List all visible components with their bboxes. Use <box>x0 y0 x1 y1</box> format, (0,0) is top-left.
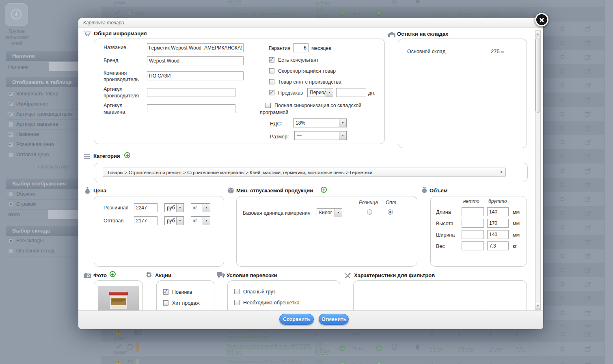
user-groups-label: Группы пользоват елей <box>0 28 34 47</box>
sync-icon <box>559 26 566 32</box>
table-row: редакт Очиститель монтажной пены WEPOST,… <box>101 342 613 356</box>
size-select[interactable]: — <box>294 131 347 140</box>
checkbox-perishable[interactable] <box>269 68 274 73</box>
download-circle-icon <box>10 8 22 20</box>
checkbox-crate-required[interactable] <box>234 300 240 305</box>
checkbox-consultant[interactable] <box>269 57 274 62</box>
sync-icon <box>559 281 566 287</box>
camera-icon <box>134 330 142 335</box>
retail-currency-select[interactable]: руб <box>164 203 184 212</box>
edit-row-icon <box>585 139 591 145</box>
wholesale-currency-value: руб <box>165 217 176 225</box>
radio-main-warehouse <box>8 248 13 254</box>
dim-weight: 0.6 кг <box>516 346 527 352</box>
close-icon[interactable] <box>535 13 548 26</box>
checkbox-full-sync[interactable] <box>265 103 271 108</box>
add-min-release-icon[interactable] <box>321 187 327 193</box>
scrollbar-thumb[interactable] <box>535 38 540 113</box>
shop-sku-input[interactable] <box>147 104 235 113</box>
width-brutto-input[interactable] <box>487 230 509 239</box>
box-icon <box>227 187 234 194</box>
checkbox-dangerous-goods-label: Опасный груз <box>243 289 275 295</box>
edit-row-icon <box>585 168 591 174</box>
stock-qty: 0 кг <box>352 332 360 337</box>
checkbox-preorder-label: Предзаказ <box>278 90 303 96</box>
wholesale-currency-select[interactable]: руб <box>164 216 184 225</box>
length-netto-input[interactable] <box>462 207 484 216</box>
table-row: Пена монтажная Wepost 502 (65L) 185 − 0 … <box>101 356 613 364</box>
weight-label: Вес <box>436 243 445 250</box>
checkbox-image <box>8 101 13 107</box>
row-edit-caption: редакт <box>114 350 127 355</box>
weight-brutto-input[interactable] <box>487 241 509 250</box>
badge-icon <box>145 271 152 278</box>
length-brutto-input[interactable] <box>487 207 509 216</box>
availability-input <box>49 62 80 71</box>
radio-all-warehouses <box>8 238 13 243</box>
preorder-period-select[interactable]: Период <box>307 88 333 97</box>
category-path-select[interactable]: Товары > Строительство и ремонт > Строит… <box>103 168 506 177</box>
product-thumbnail <box>135 12 144 15</box>
scroll-up-icon[interactable]: ▲ <box>535 31 540 37</box>
preorder-days-input[interactable] <box>336 88 366 97</box>
save-button[interactable]: Сохранить <box>279 314 314 325</box>
add-category-icon[interactable] <box>124 152 130 158</box>
row-edit-caption: редакт <box>114 336 127 340</box>
netto-column-header: нетто <box>463 198 479 204</box>
chevron-down-icon <box>203 217 210 225</box>
wholesale-unit-select[interactable]: кг <box>191 216 210 225</box>
retail-price-input[interactable] <box>134 203 158 212</box>
height-netto-input[interactable] <box>462 219 484 228</box>
base-unit-select[interactable]: Килог <box>317 208 342 217</box>
sync-icon <box>559 295 566 302</box>
checkbox-new-product[interactable] <box>163 289 168 295</box>
modal-title: Карточка товара <box>83 20 124 26</box>
dim-width: 70 мм <box>489 346 502 352</box>
sync-icon <box>559 182 566 188</box>
product-photo[interactable] <box>98 286 139 311</box>
add-photo-icon[interactable] <box>110 271 116 277</box>
scroll-down-icon[interactable]: ▼ <box>535 303 540 309</box>
dim-width: 0 <box>489 362 492 364</box>
increase-icon: + <box>376 345 382 351</box>
checkbox-bestseller[interactable] <box>163 300 168 306</box>
checkbox-dangerous-goods[interactable] <box>234 289 240 294</box>
price-section-title: Цена <box>93 187 106 194</box>
radio-base-unit-wholesale[interactable] <box>388 209 393 215</box>
price-link: 500 <box>316 7 324 14</box>
product-name-input[interactable] <box>147 43 244 52</box>
shipping-section-title: Условия перевозки <box>227 272 277 278</box>
product-name-line2: 500 мл <box>227 349 242 354</box>
wholesale-price-input[interactable] <box>134 216 158 225</box>
warranty-input[interactable] <box>293 43 309 52</box>
cancel-button[interactable]: Отменить <box>319 314 349 325</box>
company-input[interactable] <box>147 71 244 80</box>
camera-icon <box>84 273 91 278</box>
checkbox-retail-price <box>8 142 13 147</box>
general-section-title: Общая информация <box>94 30 147 37</box>
modal-title-bar: Карточка товара <box>78 18 543 28</box>
edit-row-icon <box>585 182 591 188</box>
column-toggle-label: Название <box>16 131 39 138</box>
edit-row-icon <box>585 239 591 245</box>
modal-scrollbar[interactable]: ▲ ▼ <box>535 30 541 310</box>
sync-icon <box>559 267 566 273</box>
wholesale-column-header: Опт <box>386 200 396 205</box>
width-netto-input[interactable] <box>462 230 484 239</box>
vat-select[interactable]: 18% <box>293 118 347 127</box>
vat-value: 18% <box>294 119 339 127</box>
weight-netto-input[interactable] <box>462 241 484 250</box>
radio-base-unit-retail[interactable] <box>367 209 372 215</box>
height-brutto-input[interactable] <box>487 219 509 228</box>
base-unit-value: Килог <box>317 209 335 217</box>
display-option-label: Строкой <box>16 201 36 207</box>
manufacturer-sku-input[interactable] <box>147 88 235 97</box>
checkbox-preorder[interactable] <box>269 90 274 95</box>
retail-column-header: Розница <box>359 200 378 205</box>
brand-input[interactable] <box>147 56 244 65</box>
retail-unit-select[interactable]: кг <box>191 203 210 212</box>
vat-label: НДС: <box>270 121 282 127</box>
decrease-icon: − <box>339 361 345 364</box>
checkbox-discontinued[interactable] <box>269 79 274 84</box>
stock-qty: 24 шт <box>352 346 365 351</box>
